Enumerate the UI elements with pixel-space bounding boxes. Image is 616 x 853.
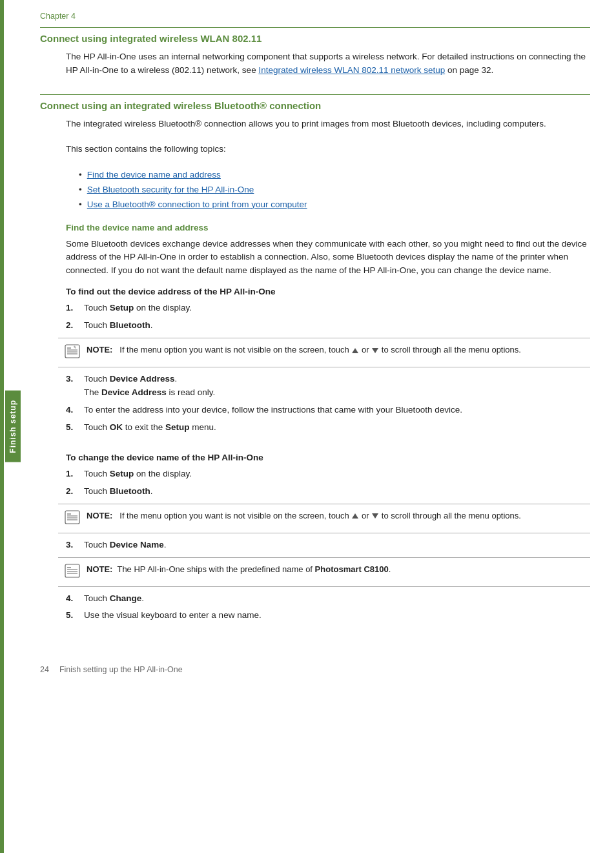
note-box-1: ✎ NOTE: If the menu option you want is n… (58, 338, 590, 367)
note-content-1: NOTE: If the menu option you want is not… (87, 344, 521, 356)
step-4: 4. To enter the address into your device… (66, 404, 590, 417)
step-5: 5. Touch OK to exit the Setup menu. (66, 421, 590, 435)
chapter-label: Chapter 4 (40, 12, 590, 21)
svg-rect-0 (65, 345, 79, 358)
svg-rect-6 (65, 511, 79, 524)
name-step-2: 2. Touch Bluetooth. (66, 485, 590, 498)
name-steps-list-3: 4. Touch Change. 5. Use the visual keybo… (66, 592, 590, 623)
svg-text:✎: ✎ (73, 345, 76, 349)
name-step-5: 5. Use the visual keyboard to enter a ne… (66, 609, 590, 622)
wlan-link[interactable]: Integrated wireless WLAN 802.11 network … (258, 65, 445, 75)
address-steps-list: 1. Touch Setup on the display. 2. Touch … (66, 302, 590, 333)
down-arrow-icon (372, 348, 378, 353)
find-device-body: Some Bluetooth devices exchange device a… (66, 238, 590, 278)
up-arrow-icon (352, 348, 358, 353)
down-arrow-icon-2 (372, 513, 378, 519)
sidebar: Finish setup (4, 0, 22, 853)
name-steps-list: 1. Touch Setup on the display. 2. Touch … (66, 468, 590, 498)
name-steps-list-2: 3. Touch Device Name. (66, 539, 590, 552)
wlan-link-suffix: on page 32. (445, 65, 493, 75)
name-step-4: 4. Touch Change. (66, 592, 590, 606)
bluetooth-intro: The integrated wireless Bluetooth® conne… (66, 118, 590, 131)
address-steps-list-2: 3. Touch Device Address. The Device Addr… (66, 373, 590, 435)
note-icon-1: ✎ (65, 344, 80, 362)
topic-link-1[interactable]: Find the device name and address (87, 170, 221, 180)
note-icon-2 (65, 510, 80, 528)
step-1: 1. Touch Setup on the display. (66, 302, 590, 315)
name-step-3: 3. Touch Device Name. (66, 539, 590, 552)
wlan-section-body: The HP All-in-One uses an internal netwo… (66, 50, 590, 77)
list-item: Find the device name and address (79, 168, 590, 183)
wlan-section-title: Connect using integrated wireless WLAN 8… (40, 27, 590, 44)
svg-rect-11 (65, 564, 79, 577)
sidebar-label: Finish setup (5, 391, 21, 462)
note-box-3: NOTE: The HP All-in-One ships with the p… (58, 557, 590, 587)
note-icon-3 (65, 564, 80, 581)
step-2: 2. Touch Bluetooth. (66, 319, 590, 333)
note-box-2: NOTE: If the menu option you want is not… (58, 504, 590, 533)
note-content-2: NOTE: If the menu option you want is not… (87, 509, 521, 522)
note-content-3: NOTE: The HP All-in-One ships with the p… (87, 563, 391, 576)
topic-link-3[interactable]: Use a Bluetooth® connection to print fro… (87, 200, 307, 209)
footer-text: Finish setting up the HP All-in-One (59, 665, 183, 674)
name-step-1: 1. Touch Setup on the display. (66, 468, 590, 481)
topics-list: Find the device name and address Set Blu… (79, 168, 590, 212)
address-heading: To find out the device address of the HP… (66, 287, 590, 296)
bluetooth-topics-intro: This section contains the following topi… (66, 143, 590, 156)
step-3: 3. Touch Device Address. The Device Addr… (66, 373, 590, 400)
page-footer: 24 Finish setting up the HP All-in-One (40, 661, 590, 674)
page-number: 24 (40, 665, 49, 674)
bluetooth-section-title: Connect using an integrated wireless Blu… (40, 94, 590, 111)
topic-link-2[interactable]: Set Bluetooth security for the HP All-in… (87, 185, 254, 194)
list-item: Set Bluetooth security for the HP All-in… (79, 183, 590, 198)
up-arrow-icon-2 (352, 513, 358, 519)
find-device-title: Find the device name and address (66, 223, 590, 232)
list-item: Use a Bluetooth® connection to print fro… (79, 198, 590, 212)
name-heading: To change the device name of the HP All-… (66, 453, 590, 462)
main-content: Chapter 4 Connect using integrated wirel… (22, 0, 616, 853)
